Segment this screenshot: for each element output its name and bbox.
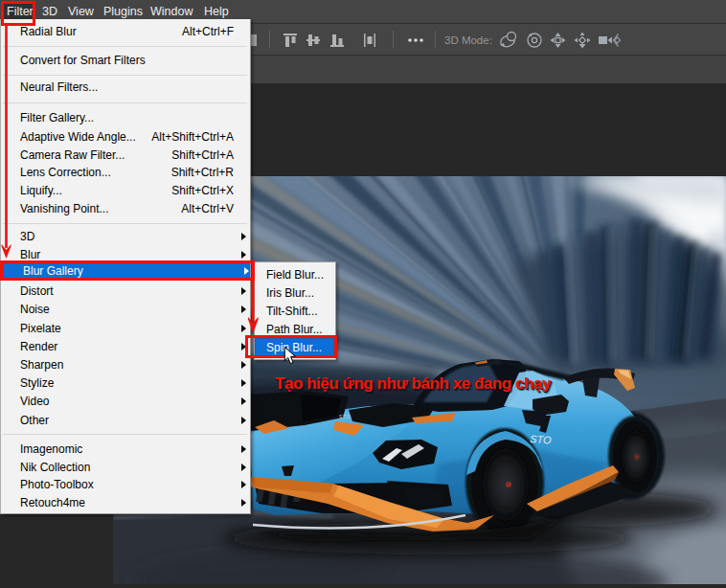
svg-text:3D Mode:: 3D Mode: <box>444 34 492 46</box>
svg-text:STO: STO <box>530 433 553 446</box>
svg-text:STO: STO <box>339 414 351 419</box>
